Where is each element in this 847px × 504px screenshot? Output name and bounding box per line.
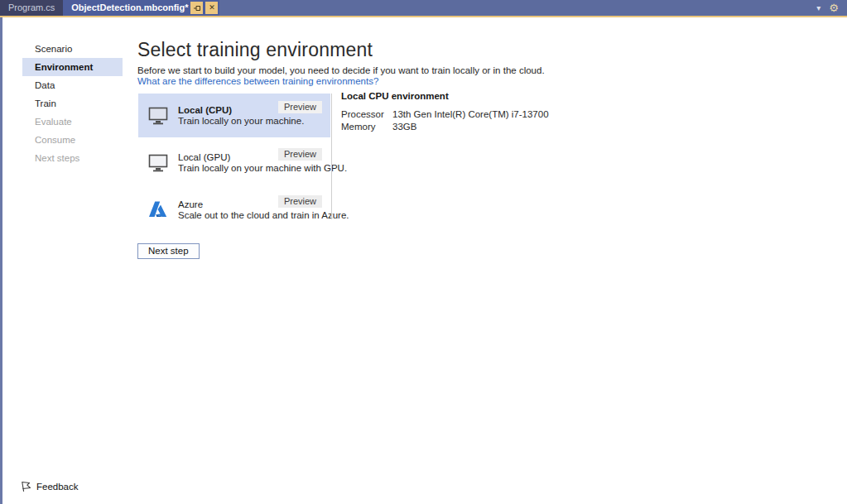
- sidebar-item-scenario[interactable]: Scenario: [22, 40, 123, 58]
- document-tab-bar: Program.cs ObjectDetection.mbconfig* ✕ ▾…: [0, 0, 847, 16]
- sidebar-item-evaluate: Evaluate: [22, 113, 123, 131]
- sidebar-item-consume: Consume: [22, 131, 123, 149]
- details-divider: [331, 94, 332, 219]
- card-description: Scale out to the cloud and train in Azur…: [178, 210, 349, 220]
- next-step-button[interactable]: Next step: [137, 243, 200, 259]
- preview-badge: Preview: [278, 148, 322, 161]
- environment-card-list: Local (CPU) Train locally on your machin…: [138, 94, 330, 235]
- details-row-processor: Processor 13th Gen Intel(R) Core(TM) i7-…: [341, 108, 549, 121]
- tab-label: ObjectDetection.mbconfig*: [71, 0, 188, 16]
- sidebar-item-data[interactable]: Data: [22, 76, 123, 94]
- details-row-memory: Memory 33GB: [341, 121, 549, 133]
- azure-icon: [148, 201, 170, 218]
- card-description: Train locally on your machine with GPU.: [178, 163, 347, 173]
- sidebar-item-environment[interactable]: Environment: [22, 58, 123, 76]
- environment-card-azure[interactable]: Azure Scale out to the cloud and train i…: [138, 188, 330, 232]
- details-value: 33GB: [392, 121, 416, 133]
- feedback-flag-icon: [20, 481, 31, 492]
- details-label: Processor: [341, 108, 392, 121]
- preview-badge: Preview: [278, 101, 322, 113]
- page-description: Before we start to build your model, you…: [137, 65, 545, 75]
- environment-card-local-gpu[interactable]: Local (GPU) Train locally on your machin…: [138, 141, 330, 185]
- close-icon[interactable]: ✕: [205, 2, 218, 14]
- tabbar-accent-underline: [0, 16, 847, 17]
- tab-objectdetection-mbconfig[interactable]: ObjectDetection.mbconfig* ✕: [63, 0, 219, 16]
- details-label: Memory: [341, 121, 392, 133]
- sidebar-item-train[interactable]: Train: [22, 94, 123, 113]
- card-description: Train locally on your machine.: [178, 116, 304, 126]
- details-title: Local CPU environment: [341, 91, 549, 101]
- window-left-edge: [0, 17, 2, 504]
- preview-badge: Preview: [278, 195, 322, 208]
- pin-icon: [193, 4, 201, 12]
- environment-differences-link[interactable]: What are the differences between trainin…: [137, 76, 378, 86]
- tab-program-cs[interactable]: Program.cs: [0, 0, 63, 16]
- pin-icon[interactable]: [190, 2, 203, 14]
- tabbar-empty-space: [219, 0, 816, 16]
- card-title: Azure: [178, 199, 349, 209]
- sidebar-item-next-steps: Next steps: [22, 149, 123, 167]
- feedback-label: Feedback: [36, 482, 79, 492]
- environment-card-local-cpu[interactable]: Local (CPU) Train locally on your machin…: [138, 94, 330, 137]
- chevron-down-icon[interactable]: ▾: [816, 0, 821, 16]
- card-text: Azure Scale out to the cloud and train i…: [178, 199, 349, 220]
- monitor-icon: [148, 107, 170, 125]
- details-value: 13th Gen Intel(R) Core(TM) i7-13700: [392, 108, 549, 121]
- wizard-step-sidebar: Scenario Environment Data Train Evaluate…: [22, 40, 123, 167]
- page-title: Select training environment: [137, 39, 373, 61]
- environment-details-panel: Local CPU environment Processor 13th Gen…: [341, 91, 549, 133]
- monitor-icon: [148, 154, 170, 172]
- gear-icon[interactable]: ⚙: [829, 0, 839, 16]
- feedback-button[interactable]: Feedback: [20, 481, 79, 492]
